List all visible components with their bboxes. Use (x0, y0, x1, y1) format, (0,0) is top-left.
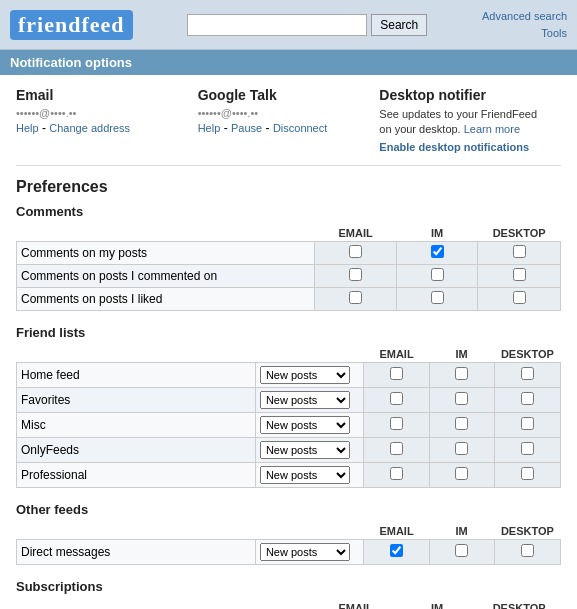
nav-bar: Notification options (0, 50, 577, 75)
desktop-checkbox[interactable] (521, 367, 534, 380)
gtalk-help-link[interactable]: Help (198, 122, 221, 134)
im-checkbox[interactable] (455, 367, 468, 380)
col-im: IM (429, 346, 494, 363)
desktop-checkbox[interactable] (521, 544, 534, 557)
tools-link[interactable]: Tools (541, 27, 567, 39)
desktop-checkbox[interactable] (521, 442, 534, 455)
frequency-select[interactable]: New postsDigest (260, 366, 350, 384)
desktop-check-cell (494, 462, 560, 487)
email-checkbox[interactable] (349, 291, 362, 304)
im-checkbox[interactable] (431, 268, 444, 281)
desktop-col: Desktop notifier See updates to your Fri… (379, 87, 561, 153)
gtalk-pause-link[interactable]: Pause (231, 122, 262, 134)
email-address: ••••••@••••.•• (16, 107, 188, 119)
col-desktop: DESKTOP (494, 523, 560, 540)
frequency-select[interactable]: New postsDigest (260, 391, 350, 409)
gtalk-sep2: - (266, 121, 273, 135)
select-cell: New postsDigest (255, 462, 364, 487)
desktop-check-cell (494, 437, 560, 462)
change-address-link[interactable]: Change address (49, 122, 130, 134)
im-checkbox[interactable] (455, 467, 468, 480)
comments-title: Comments (16, 204, 561, 221)
desktop-checkbox[interactable] (513, 268, 526, 281)
im-check-cell (429, 387, 494, 412)
search-input[interactable] (187, 14, 367, 36)
im-check-cell (429, 462, 494, 487)
desktop-check-cell (478, 264, 561, 287)
logo: friendfeed (10, 10, 133, 40)
im-checkbox[interactable] (455, 442, 468, 455)
im-checkbox[interactable] (431, 291, 444, 304)
im-check-cell (396, 264, 477, 287)
subscriptions-headers: EMAIL IM DESKTOP (17, 600, 561, 609)
email-help-link[interactable]: Help (16, 122, 39, 134)
table-row: Professional New postsDigest (17, 462, 561, 487)
table-row: Favorites New postsDigest (17, 387, 561, 412)
email-checkbox[interactable] (390, 442, 403, 455)
gtalk-sep1: - (224, 121, 231, 135)
desktop-checkbox[interactable] (521, 392, 534, 405)
gtalk-col: Google Talk ••••••@••••.•• Help - Pause … (198, 87, 380, 153)
other-feeds-title: Other feeds (16, 502, 561, 519)
enable-desktop-link[interactable]: Enable desktop notifications (379, 141, 551, 153)
row-label: Home feed (17, 362, 256, 387)
table-row: Comments on my posts (17, 241, 561, 264)
header-links: Advanced search Tools (482, 8, 567, 41)
email-check-cell (364, 437, 429, 462)
desktop-checkbox[interactable] (513, 291, 526, 304)
select-cell: New postsDigest (255, 539, 364, 564)
desktop-heading: Desktop notifier (379, 87, 551, 103)
learn-more-link[interactable]: Learn more (464, 123, 520, 135)
im-checkbox[interactable] (431, 245, 444, 258)
frequency-select[interactable]: New postsDigest (260, 441, 350, 459)
email-checkbox[interactable] (390, 392, 403, 405)
im-check-cell (396, 287, 477, 310)
im-checkbox[interactable] (455, 544, 468, 557)
desktop-checkbox[interactable] (513, 245, 526, 258)
col-email: EMAIL (364, 346, 429, 363)
email-checkbox[interactable] (349, 245, 362, 258)
desktop-checkbox[interactable] (521, 417, 534, 430)
col-desktop: DESKTOP (478, 600, 561, 609)
col-select (255, 523, 364, 540)
desktop-check-cell (478, 241, 561, 264)
row-label: Misc (17, 412, 256, 437)
col-select (255, 346, 364, 363)
row-label: Professional (17, 462, 256, 487)
email-check-cell (364, 539, 429, 564)
frequency-select[interactable]: New postsDigest (260, 466, 350, 484)
desktop-desc: See updates to your FriendFeed on your d… (379, 107, 551, 138)
desktop-checkbox[interactable] (521, 467, 534, 480)
table-row: Direct messages New postsDigest (17, 539, 561, 564)
friend-lists-section: Friend lists EMAIL IM DESKTOP Home feed … (16, 325, 561, 488)
row-label: Comments on posts I liked (17, 287, 315, 310)
email-col: Email ••••••@••••.•• Help - Change addre… (16, 87, 198, 153)
subscriptions-section: Subscriptions EMAIL IM DESKTOP When peop… (16, 579, 561, 609)
im-check-cell (429, 539, 494, 564)
col-im: IM (396, 600, 477, 609)
email-checkbox[interactable] (390, 467, 403, 480)
email-check-cell (364, 462, 429, 487)
preferences-heading: Preferences (16, 178, 561, 196)
email-checkbox[interactable] (390, 417, 403, 430)
row-label: OnlyFeeds (17, 437, 256, 462)
frequency-select[interactable]: New postsDigest (260, 416, 350, 434)
col-email: EMAIL (315, 600, 396, 609)
im-checkbox[interactable] (455, 417, 468, 430)
other-feeds-section: Other feeds EMAIL IM DESKTOP Direct mess… (16, 502, 561, 565)
other-feeds-headers: EMAIL IM DESKTOP (17, 523, 561, 540)
email-checkbox[interactable] (349, 268, 362, 281)
advanced-search-link[interactable]: Advanced search (482, 10, 567, 22)
search-button[interactable]: Search (371, 14, 427, 36)
email-checkbox[interactable] (390, 544, 403, 557)
frequency-select[interactable]: New postsDigest (260, 543, 350, 561)
subscriptions-table: EMAIL IM DESKTOP When people subscribe t… (16, 600, 561, 609)
email-checkbox[interactable] (390, 367, 403, 380)
table-row: Comments on posts I commented on (17, 264, 561, 287)
im-checkbox[interactable] (455, 392, 468, 405)
email-check-cell (364, 412, 429, 437)
col-im: IM (429, 523, 494, 540)
select-cell: New postsDigest (255, 437, 364, 462)
email-check-cell (315, 241, 396, 264)
gtalk-disconnect-link[interactable]: Disconnect (273, 122, 327, 134)
